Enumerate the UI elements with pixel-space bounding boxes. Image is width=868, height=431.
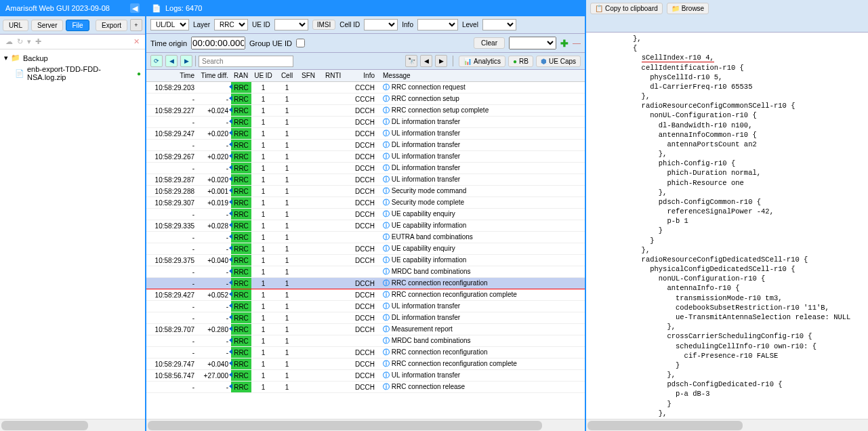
info-icon[interactable]: ⓘ [383, 348, 390, 356]
table-row[interactable]: 10:58:29.375+0.040RRC11DCCHⓘ UE capabili… [146, 255, 585, 266]
clear-button[interactable]: Clear [474, 37, 505, 49]
imsi-button[interactable]: IMSI [312, 20, 336, 30]
search-next-icon[interactable]: ▶ [435, 55, 447, 67]
nav-refresh-icon[interactable]: ⟳ [150, 55, 163, 67]
table-row[interactable]: 10:58:29.203RRC11CCCHⓘ RRC connection re… [146, 82, 585, 94]
export-plus-icon[interactable]: + [130, 19, 142, 31]
info-icon[interactable]: ⓘ [383, 256, 390, 264]
info-icon[interactable]: ⓘ [383, 152, 390, 160]
info-icon[interactable]: ⓘ [383, 199, 390, 206]
table-row[interactable]: --RRC11DCCHⓘ DL information transfer [146, 117, 585, 128]
uecaps-button[interactable]: ⬢UE Caps [536, 56, 581, 67]
left-hscroll[interactable] [0, 419, 145, 431]
col-header-rnti[interactable]: RNTI [323, 70, 346, 82]
table-row[interactable]: --RRC11DCCHⓘ DL information transfer [146, 140, 585, 151]
table-row[interactable]: --RRC11DCCHⓘ DL information transfer [146, 163, 585, 174]
refresh-icon[interactable]: ↻ [17, 37, 23, 46]
search-prev-icon[interactable]: ◀ [420, 55, 432, 67]
info-icon[interactable]: ⓘ [383, 314, 390, 321]
table-row[interactable]: 10:58:29.335+0.028RRC11DCCHⓘ UE capabili… [146, 220, 585, 232]
info-icon[interactable]: ⓘ [383, 118, 390, 125]
table-row[interactable]: 10:58:29.307+0.019RRC11DCCHⓘ Security mo… [146, 197, 585, 209]
info-icon[interactable]: ⓘ [383, 164, 390, 171]
info-select[interactable] [417, 19, 458, 30]
nav-prev-icon[interactable]: ◀ [165, 55, 178, 67]
col-header-time[interactable]: Time [146, 70, 197, 82]
table-row[interactable]: 10:58:29.707+0.280RRC11DCCHⓘ Measurement… [146, 324, 585, 335]
binoculars-icon[interactable]: 🔭 [405, 55, 417, 67]
info-icon[interactable]: ⓘ [383, 291, 390, 298]
info-icon[interactable]: ⓘ [383, 302, 390, 310]
time-origin-input[interactable] [191, 37, 245, 49]
code-viewer[interactable]: }, { sCellIndex-r10 4, cellIdentificatio… [586, 33, 868, 419]
table-row[interactable]: 10:58:29.227+0.024RRC11DCCHⓘ RRC connect… [146, 105, 585, 117]
table-row[interactable]: 10:58:29.427+0.052RRC11DCCHⓘ RRC connect… [146, 289, 585, 301]
close-icon[interactable]: ✕ [133, 37, 140, 46]
info-icon[interactable]: ⓘ [383, 383, 390, 390]
info-icon[interactable]: ⓘ [383, 371, 390, 379]
info-icon[interactable]: ⓘ [383, 233, 390, 241]
col-header-ueid[interactable]: UE ID [251, 70, 275, 82]
server-tab[interactable]: Server [31, 20, 63, 31]
info-icon[interactable]: ⓘ [383, 337, 390, 344]
plus-icon[interactable]: ✚ [35, 37, 41, 46]
down-icon[interactable]: ▾ [27, 37, 31, 46]
level-select[interactable] [482, 19, 516, 30]
table-row[interactable]: --RRC11ⓘ MRDC band combinations [146, 266, 585, 278]
rb-button[interactable]: ●RB [508, 56, 533, 67]
log-table-wrap[interactable]: TimeTime diff.RANUE IDCellSFNRNTIInfoMes… [146, 70, 585, 419]
col-header-cell[interactable]: Cell [275, 70, 299, 82]
file-tab[interactable]: File [66, 20, 89, 31]
browse-button[interactable]: 📁Browse [667, 3, 709, 14]
info-icon[interactable]: ⓘ [383, 106, 390, 114]
cloud-icon[interactable]: ☁ [5, 37, 13, 46]
info-icon[interactable]: ⓘ [383, 83, 390, 91]
add-filter-icon[interactable]: ✚ [560, 38, 569, 49]
table-row[interactable]: 10:58:29.247+0.020RRC11DCCHⓘ UL informat… [146, 128, 585, 140]
table-row[interactable]: --RRC11DCCHⓘ DL information transfer [146, 312, 585, 324]
col-header-message[interactable]: Message [380, 70, 585, 82]
table-row[interactable]: --RRC11ⓘ MRDC band combinations [146, 335, 585, 347]
ueid-select[interactable] [274, 19, 308, 30]
table-row[interactable]: --RRC11DCCHⓘ RRC connection reconfigurat… [146, 347, 585, 358]
info-icon[interactable]: ⓘ [383, 279, 390, 287]
tree-folder[interactable]: ▾ 📁 Backup [1, 52, 144, 64]
info-icon[interactable]: ⓘ [383, 141, 390, 148]
expand-icon[interactable]: ▾ [4, 54, 8, 62]
search-input[interactable] [199, 56, 293, 67]
table-row[interactable]: 10:58:29.747+0.040RRC11DCCHⓘ RRC connect… [146, 358, 585, 370]
url-tab[interactable]: URL [3, 20, 28, 31]
info-icon[interactable]: ⓘ [383, 245, 390, 252]
layer-select[interactable]: RRC [214, 19, 248, 30]
col-header-timediff[interactable]: Time diff. [197, 70, 231, 82]
remove-filter-icon[interactable]: — [573, 39, 581, 48]
info-icon[interactable]: ⓘ [383, 210, 390, 218]
info-icon[interactable]: ⓘ [383, 95, 390, 102]
table-row[interactable]: 10:58:56.747+27.000RRC11DCCHⓘ UL informa… [146, 370, 585, 382]
col-header-info[interactable]: Info [346, 70, 380, 82]
info-icon[interactable]: ⓘ [383, 129, 390, 137]
group-ue-checkbox[interactable] [296, 39, 305, 47]
analytics-button[interactable]: 📊Analytics [459, 56, 505, 67]
right-hscroll[interactable] [586, 419, 868, 431]
tree-file[interactable]: 📄 enb-export-TDD-FDD-NSA.log.zip ● [1, 64, 144, 83]
table-row[interactable]: --RRC11DCCHⓘ RRC connection reconfigurat… [146, 278, 585, 289]
col-header-sfn[interactable]: SFN [299, 70, 323, 82]
collapse-left-icon[interactable]: ◀ [130, 3, 140, 13]
info-icon[interactable]: ⓘ [383, 325, 390, 333]
info-icon[interactable]: ⓘ [383, 176, 390, 183]
cellid-select[interactable] [364, 19, 398, 30]
info-icon[interactable]: ⓘ [383, 222, 390, 229]
table-row[interactable]: --RRC11CCCHⓘ RRC connection setup [146, 94, 585, 105]
info-icon[interactable]: ⓘ [383, 360, 390, 367]
uldl-select[interactable]: UL/DL [150, 19, 189, 30]
table-row[interactable]: --RRC11DCCHⓘ UL information transfer [146, 301, 585, 312]
info-icon[interactable]: ⓘ [383, 268, 390, 275]
col-header-ran[interactable]: RAN [231, 70, 251, 82]
export-button[interactable]: Export [96, 20, 127, 31]
table-row[interactable]: --RRC11ⓘ EUTRA band combinations [146, 232, 585, 243]
mid-hscroll[interactable] [146, 419, 585, 431]
info-icon[interactable]: ⓘ [383, 187, 390, 194]
table-row[interactable]: 10:58:29.288+0.001RRC11DCCHⓘ Security mo… [146, 186, 585, 197]
copy-button[interactable]: 📋Copy to clipboard [590, 3, 663, 14]
